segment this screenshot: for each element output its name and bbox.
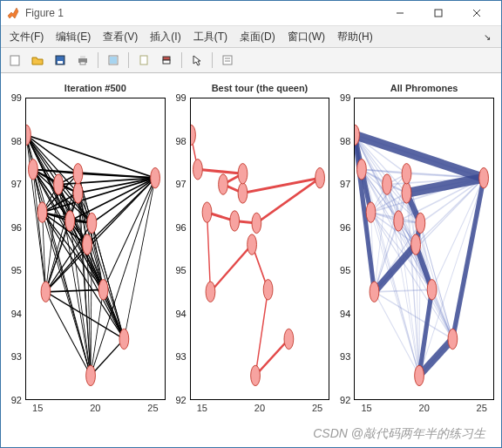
svg-point-116: [65, 211, 75, 231]
svg-point-135: [284, 329, 294, 349]
svg-rect-14: [163, 60, 170, 64]
y-tick-label: 94: [11, 309, 22, 319]
new-figure-button[interactable]: [4, 50, 25, 71]
close-button[interactable]: [458, 1, 496, 25]
svg-rect-12: [140, 56, 147, 64]
properties-button[interactable]: [217, 50, 238, 71]
svg-point-118: [83, 234, 92, 255]
y-tick-label: 95: [175, 265, 186, 275]
print-button[interactable]: [72, 50, 93, 71]
axes-title: All Phromones: [355, 83, 493, 93]
svg-point-242: [383, 174, 392, 194]
svg-line-86: [78, 173, 124, 339]
y-tick-label: 92: [340, 395, 350, 405]
menu-edit[interactable]: 编辑(E): [52, 28, 94, 46]
toolbar-separator: [212, 52, 213, 68]
y-tick-label: 93: [11, 351, 22, 362]
y-tick-label: 94: [340, 309, 350, 319]
y-tick-label: 96: [11, 222, 22, 233]
menu-tools[interactable]: 工具(T): [190, 28, 231, 46]
svg-point-252: [415, 365, 424, 385]
svg-point-128: [252, 213, 261, 233]
subplot-2: 9293949596979899Best tour (the queen)152…: [166, 82, 330, 416]
y-tick-label: 99: [11, 92, 22, 103]
minimize-button[interactable]: [381, 1, 419, 25]
y-tick-label: 94: [175, 309, 186, 319]
svg-point-119: [98, 280, 108, 300]
colorbar-button[interactable]: [156, 50, 177, 71]
svg-point-131: [206, 282, 215, 302]
svg-point-245: [402, 164, 411, 184]
toolbar: [1, 48, 501, 73]
open-button[interactable]: [27, 50, 48, 71]
svg-point-120: [151, 167, 160, 187]
svg-point-136: [250, 365, 260, 385]
svg-point-125: [202, 202, 212, 222]
svg-point-243: [402, 183, 411, 203]
menu-desktop[interactable]: 桌面(D): [236, 28, 279, 46]
svg-point-247: [370, 282, 379, 302]
x-tick-label: 20: [254, 403, 265, 413]
svg-rect-13: [163, 57, 170, 60]
svg-point-126: [218, 174, 227, 194]
svg-point-115: [73, 164, 83, 184]
x-tick-label: 25: [312, 403, 322, 413]
pointer-button[interactable]: [187, 50, 207, 71]
y-tick-label: 92: [175, 395, 186, 405]
svg-point-134: [315, 167, 324, 187]
svg-line-108: [91, 339, 124, 376]
menu-insert[interactable]: 插入(I): [146, 28, 184, 46]
svg-point-123: [191, 125, 195, 145]
axes-title: Iteration #500: [26, 83, 165, 93]
svg-point-124: [193, 160, 202, 180]
menu-view[interactable]: 查看(V): [99, 28, 141, 46]
y-tick-label: 96: [340, 222, 350, 233]
plot-svg: [355, 98, 493, 399]
svg-line-103: [104, 178, 155, 289]
axes[interactable]: Best tour (the queen)152025: [190, 98, 330, 400]
svg-rect-1: [435, 10, 442, 17]
svg-point-130: [230, 211, 240, 231]
y-tick-label: 98: [340, 136, 350, 146]
y-tick-label: 98: [175, 136, 186, 146]
menu-window[interactable]: 窗口(W): [284, 28, 329, 46]
svg-point-132: [247, 234, 256, 255]
x-tick-label: 15: [197, 403, 207, 413]
watermark-text: CSDN @敲代码两年半的练习生: [313, 426, 485, 442]
menu-help[interactable]: 帮助(H): [334, 28, 376, 46]
svg-point-117: [41, 282, 51, 302]
y-tick-label: 95: [11, 265, 22, 275]
save-button[interactable]: [50, 50, 71, 71]
link-button[interactable]: [133, 50, 154, 71]
svg-rect-11: [110, 57, 117, 64]
svg-point-127: [238, 183, 248, 203]
y-tick-label: 99: [340, 92, 350, 103]
y-tick-label: 93: [175, 351, 186, 362]
title-bar: Figure 1: [1, 1, 501, 26]
svg-point-113: [73, 183, 83, 203]
y-tick-label: 92: [11, 395, 22, 405]
y-tick-label: 97: [175, 179, 186, 189]
svg-rect-15: [223, 56, 232, 64]
axes[interactable]: All Phromones152025: [354, 98, 494, 400]
print-preview-button[interactable]: [103, 50, 124, 71]
x-tick-label: 25: [477, 403, 487, 413]
svg-point-129: [238, 164, 248, 184]
menu-file[interactable]: 文件(F): [6, 28, 47, 46]
y-tick-label: 96: [175, 222, 186, 233]
svg-point-121: [119, 329, 129, 349]
svg-point-111: [37, 202, 47, 222]
subplot-3: 9293949596979899All Phromones152025: [329, 82, 494, 416]
dock-arrow-icon[interactable]: ↘: [478, 32, 496, 42]
figure-window: Figure 1 文件(F) 编辑(E) 查看(V) 插入(I) 工具(T) 桌…: [0, 0, 502, 448]
maximize-button[interactable]: [419, 1, 458, 25]
axes[interactable]: Iteration #500152025: [25, 98, 166, 400]
svg-point-249: [428, 280, 438, 300]
y-tick-label: 95: [340, 265, 350, 275]
y-tick-label: 97: [11, 179, 22, 189]
toolbar-separator: [128, 52, 129, 68]
toolbar-separator: [98, 52, 98, 68]
svg-point-248: [411, 234, 421, 255]
x-tick-label: 25: [147, 403, 158, 413]
plot-svg: [26, 98, 165, 399]
